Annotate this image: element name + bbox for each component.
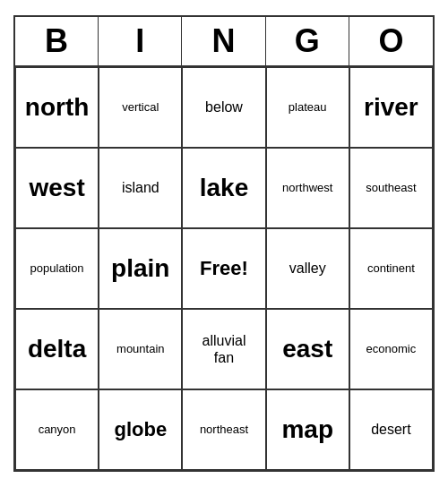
- cell-text-r3-c0: delta: [28, 334, 86, 364]
- cell-r2-c1: plain: [99, 228, 182, 309]
- cell-text-r1-c4: southeast: [366, 181, 416, 195]
- cell-text-r2-c3: valley: [289, 260, 326, 277]
- bingo-grid: northverticalbelowplateauriverwestisland…: [15, 67, 433, 470]
- cell-text-r0-c3: plateau: [289, 100, 327, 115]
- cell-text-r3-c4: economic: [366, 342, 417, 356]
- cell-r4-c2: northeast: [182, 389, 265, 470]
- cell-r4-c4: desert: [349, 389, 433, 470]
- bingo-card: BINGO northverticalbelowplateauriverwest…: [13, 15, 435, 472]
- cell-r0-c0: north: [15, 67, 99, 148]
- cell-text-r4-c0: canyon: [39, 423, 76, 437]
- cell-r4-c3: map: [266, 389, 349, 470]
- cell-r2-c2: Free!: [182, 228, 265, 309]
- cell-r1-c3: northwest: [266, 148, 349, 228]
- cell-r1-c0: west: [15, 148, 99, 228]
- cell-r3-c4: economic: [349, 309, 433, 389]
- cell-r0-c4: river: [349, 67, 433, 148]
- cell-text-r3-c2: alluvialfan: [202, 332, 246, 366]
- cell-text-r3-c1: mountain: [116, 342, 164, 356]
- cell-r2-c3: valley: [266, 228, 349, 309]
- cell-text-r0-c2: below: [205, 98, 243, 115]
- cell-text-r0-c1: vertical: [122, 100, 159, 115]
- cell-r1-c2: lake: [182, 148, 265, 228]
- cell-text-r2-c4: continent: [367, 261, 415, 276]
- cell-r3-c0: delta: [15, 309, 99, 389]
- cell-text-r4-c4: desert: [371, 421, 410, 438]
- cell-r0-c3: plateau: [266, 67, 349, 148]
- cell-text-r1-c2: lake: [200, 173, 249, 203]
- cell-r2-c0: population: [15, 228, 99, 309]
- cell-text-r0-c0: north: [25, 92, 90, 123]
- cell-text-r1-c3: northwest: [282, 181, 332, 195]
- cell-text-r4-c3: map: [281, 414, 333, 445]
- cell-r0-c1: vertical: [99, 67, 182, 148]
- bingo-header: BINGO: [15, 17, 433, 67]
- cell-r1-c4: southeast: [349, 148, 433, 228]
- cell-text-r2-c2: Free!: [200, 257, 248, 280]
- cell-text-r4-c1: globe: [114, 418, 167, 441]
- cell-r4-c0: canyon: [15, 389, 99, 470]
- cell-text-r2-c0: population: [30, 261, 84, 276]
- cell-r3-c2: alluvialfan: [182, 309, 265, 389]
- cell-text-r0-c4: river: [364, 92, 418, 123]
- header-letter-n: N: [182, 17, 265, 65]
- cell-r3-c1: mountain: [99, 309, 182, 389]
- cell-r0-c2: below: [182, 67, 265, 148]
- header-letter-i: I: [99, 17, 182, 65]
- cell-text-r1-c0: west: [29, 173, 84, 203]
- cell-text-r4-c2: northeast: [200, 423, 248, 437]
- header-letter-o: O: [349, 17, 433, 65]
- cell-r3-c3: east: [266, 309, 349, 389]
- header-letter-b: B: [15, 17, 99, 65]
- cell-r2-c4: continent: [349, 228, 433, 309]
- cell-text-r1-c1: island: [122, 179, 159, 196]
- header-letter-g: G: [266, 17, 349, 65]
- cell-text-r2-c1: plain: [111, 253, 169, 284]
- cell-text-r3-c3: east: [282, 334, 332, 364]
- cell-r1-c1: island: [99, 148, 182, 228]
- cell-r4-c1: globe: [99, 389, 182, 470]
